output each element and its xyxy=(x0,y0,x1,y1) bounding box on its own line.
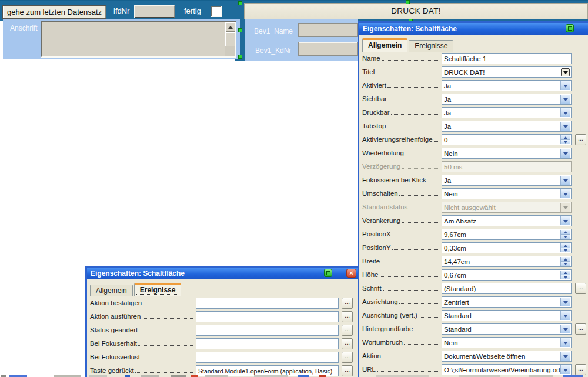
lfdnr-label: lfdNr xyxy=(113,6,129,15)
property-input-wiederholung[interactable]: Nein xyxy=(442,148,572,159)
dropdown-button[interactable] xyxy=(560,189,570,198)
property-input-wortumbruch[interactable]: Nein xyxy=(442,337,572,348)
property-input-hintergrundfarbe[interactable]: Standard xyxy=(442,323,572,335)
close-button[interactable]: × xyxy=(346,269,356,278)
anschrift-textarea[interactable] xyxy=(41,21,236,58)
property-label: Schrift xyxy=(362,285,440,292)
dropdown-button[interactable] xyxy=(561,68,570,76)
spinner-buttons[interactable] xyxy=(560,257,570,266)
event-rows: Aktion bestätigen...Aktion ausführen...S… xyxy=(87,297,358,377)
dialog-titlebar[interactable]: Eigenschaften: Schaltfläche × xyxy=(87,268,358,279)
dock-button[interactable] xyxy=(324,269,332,277)
selection-handle[interactable] xyxy=(238,1,242,5)
property-input-name[interactable]: Schaltfläche 1 xyxy=(442,53,572,64)
tab-bar: Allgemein Ereignisse xyxy=(362,36,588,52)
property-label: Höhe xyxy=(362,271,440,278)
selection-handle[interactable] xyxy=(238,55,242,59)
property-input-fokussieren-bei-klick[interactable]: Ja xyxy=(442,175,572,186)
dropdown-button[interactable] xyxy=(560,338,570,347)
ellipsis-button[interactable]: ... xyxy=(342,325,353,336)
spinner-buttons[interactable] xyxy=(560,271,570,279)
property-input-bei-fokuserhalt[interactable] xyxy=(196,338,339,349)
button-properties-dialog: Eigenschaften: Schaltfläche Allgemein Er… xyxy=(358,21,588,377)
ellipsis-button[interactable]: ... xyxy=(575,134,586,145)
spinner-buttons[interactable] xyxy=(560,230,570,239)
taskbar-fragment xyxy=(89,375,107,377)
dropdown-button[interactable] xyxy=(560,216,570,225)
scroll-up-button[interactable] xyxy=(225,22,235,32)
property-label: Verzögerung xyxy=(362,163,440,170)
tab-ereignisse[interactable]: Ereignisse xyxy=(134,283,182,296)
dropdown-button[interactable] xyxy=(560,122,570,131)
property-label: Aktion ausführen xyxy=(90,313,194,320)
property-row-schrift: Schrift(Standard)... xyxy=(359,282,588,296)
property-row-verzögerung: Verzögerung50 ms xyxy=(359,161,588,174)
tab-allgemein[interactable]: Allgemein xyxy=(362,38,407,52)
selection-handle[interactable] xyxy=(238,28,242,32)
dialog-title: Eigenschaften: Schaltfläche xyxy=(91,269,185,278)
dropdown-button[interactable] xyxy=(560,176,570,185)
spinner-buttons[interactable] xyxy=(560,135,570,144)
fertig-checkbox[interactable] xyxy=(211,6,222,17)
property-input-status-geändert[interactable] xyxy=(196,325,339,336)
ellipsis-button[interactable]: ... xyxy=(342,352,353,363)
property-input-verankerung[interactable]: Am Absatz xyxy=(442,215,572,226)
property-label: Aktion bestätigen xyxy=(90,299,194,306)
property-input-bei-fokusverlust[interactable] xyxy=(196,352,339,363)
taskbar-fragment xyxy=(171,375,186,377)
property-input-url[interactable]: O:\;st\Formularwesen\Vereinbarung.odt xyxy=(442,364,572,375)
dropdown-button[interactable] xyxy=(560,149,570,158)
scrollbar[interactable] xyxy=(225,22,235,56)
property-input-ausrichtung-vert[interactable]: Standard xyxy=(442,310,572,321)
property-label: Aktivierungsreihenfolge xyxy=(362,136,440,143)
property-input-aktiviert[interactable]: Ja xyxy=(442,80,572,91)
dock-button[interactable] xyxy=(566,24,574,32)
tab-allgemein[interactable]: Allgemein xyxy=(90,285,133,296)
property-row-titel: TitelDRUCK DAT! xyxy=(359,66,588,79)
property-input-positiony[interactable]: 0,33cm xyxy=(442,242,572,253)
property-input-breite[interactable]: 14,47cm xyxy=(442,256,572,267)
dropdown-button[interactable] xyxy=(560,95,570,104)
go-last-record-button[interactable]: gehe zum letzten Datensatz xyxy=(2,5,106,19)
ellipsis-button[interactable]: ... xyxy=(342,298,353,309)
dropdown-button[interactable] xyxy=(560,352,570,361)
property-input-schrift[interactable]: (Standard) xyxy=(442,283,572,294)
ellipsis-button[interactable]: ... xyxy=(575,364,586,375)
dropdown-button[interactable] xyxy=(560,325,570,333)
druck-dat-button[interactable]: DRUCK DAT! xyxy=(244,3,588,19)
property-row-verankerung: VerankerungAm Absatz xyxy=(359,215,588,228)
ellipsis-button[interactable]: ... xyxy=(575,283,586,294)
dialog-titlebar[interactable]: Eigenschaften: Schaltfläche xyxy=(359,23,588,35)
dropdown-button[interactable] xyxy=(560,298,570,306)
ellipsis-button[interactable]: ... xyxy=(342,311,353,322)
ellipsis-button[interactable]: ... xyxy=(342,365,353,376)
tab-ereignisse[interactable]: Ereignisse xyxy=(409,40,453,52)
property-input-titel[interactable]: DRUCK DAT! xyxy=(442,66,572,78)
property-input-umschalten[interactable]: Nein xyxy=(442,188,572,199)
ellipsis-button[interactable]: ... xyxy=(342,338,353,349)
taskbar-fragment xyxy=(125,375,130,377)
scrollbar-thumb[interactable] xyxy=(225,32,235,46)
spinner-buttons[interactable] xyxy=(560,243,570,252)
dropdown-button[interactable] xyxy=(560,108,570,117)
property-input-höhe[interactable]: 0,67cm xyxy=(442,269,572,281)
ellipsis-button[interactable]: ... xyxy=(575,323,586,335)
lfdnr-input[interactable] xyxy=(134,5,175,18)
taskbar-fragment xyxy=(191,375,198,377)
bev1-kdnr-input[interactable] xyxy=(298,42,358,56)
property-input-aktivierungsreihenfolge[interactable]: 0 xyxy=(442,134,572,145)
property-input-sichtbar[interactable]: Ja xyxy=(442,94,572,105)
property-input-aktion-bestätigen[interactable] xyxy=(196,298,339,309)
bev1-name-input[interactable] xyxy=(298,23,358,37)
property-input-aktion[interactable]: Dokument/Webseite öffnen xyxy=(442,351,572,362)
property-label: Bei Fokusverlust xyxy=(90,353,194,361)
property-input-druckbar[interactable]: Ja xyxy=(442,107,572,118)
property-input-ausrichtung[interactable]: Zentriert xyxy=(442,296,572,308)
dropdown-button[interactable] xyxy=(560,311,570,320)
selection-handle[interactable] xyxy=(406,0,410,4)
property-input-tabstop[interactable]: Ja xyxy=(442,121,572,132)
property-input-positionx[interactable]: 9,67cm xyxy=(442,229,572,240)
property-input-aktion-ausführen[interactable] xyxy=(196,311,339,322)
dropdown-button[interactable] xyxy=(560,81,570,90)
dropdown-button[interactable] xyxy=(560,365,570,374)
